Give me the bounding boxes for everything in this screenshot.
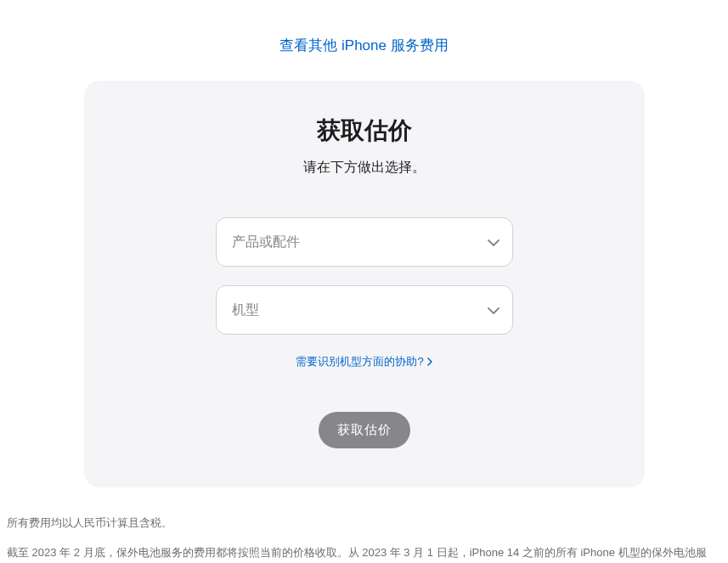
product-select-placeholder: 产品或配件 bbox=[232, 234, 300, 251]
identify-model-help-link[interactable]: 需要识别机型方面的协助? bbox=[296, 354, 432, 369]
product-select[interactable]: 产品或配件 bbox=[216, 217, 513, 267]
footer-line1: 所有费用均以人民币计算且含税。 bbox=[7, 510, 721, 536]
model-select-placeholder: 机型 bbox=[232, 301, 259, 319]
estimate-panel: 获取估价 请在下方做出选择。 产品或配件 机型 需要识别机型方面的协助? bbox=[84, 81, 645, 487]
footer-disclaimer: 所有费用均以人民币计算且含税。 截至 2023 年 2 月底，保外电池服务的费用… bbox=[0, 487, 728, 563]
get-estimate-button[interactable]: 获取估价 bbox=[319, 412, 410, 448]
chevron-right-icon bbox=[427, 358, 432, 366]
view-other-services-link[interactable]: 查看其他 iPhone 服务费用 bbox=[279, 37, 448, 53]
panel-title: 获取估价 bbox=[127, 115, 602, 147]
help-link-label: 需要识别机型方面的协助? bbox=[296, 354, 423, 369]
footer-line2: 截至 2023 年 2 月底，保外电池服务的费用都将按照当前的价格收取。从 20… bbox=[7, 539, 721, 563]
panel-subtitle: 请在下方做出选择。 bbox=[127, 159, 602, 177]
model-select[interactable]: 机型 bbox=[216, 285, 513, 335]
